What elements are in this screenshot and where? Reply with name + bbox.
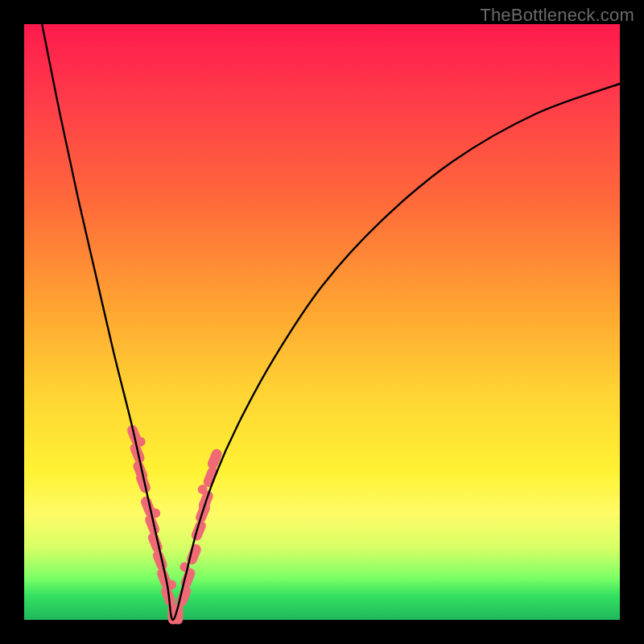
marker-point: [206, 448, 224, 471]
marker-point: [185, 543, 203, 566]
marker-group: [126, 423, 224, 624]
chart-svg: [24, 24, 620, 620]
chart-frame: [24, 24, 620, 620]
watermark-text: TheBottleneck.com: [480, 5, 634, 26]
bottleneck-curve: [42, 24, 620, 620]
